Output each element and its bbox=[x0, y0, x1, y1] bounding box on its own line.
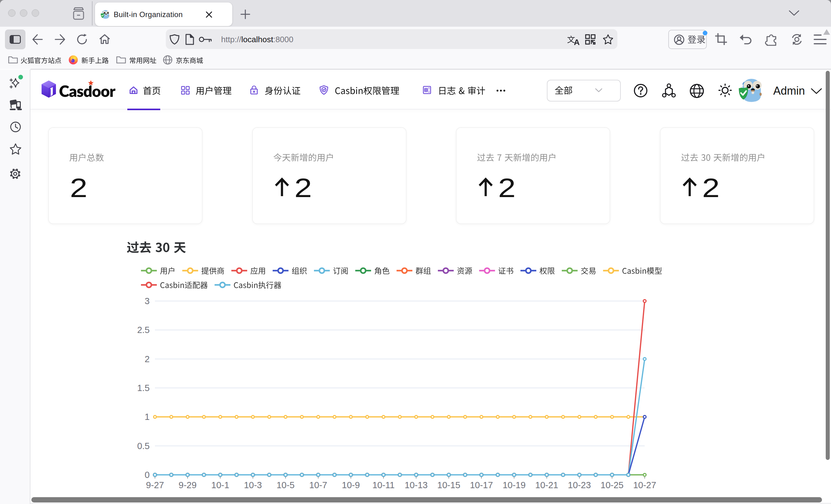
svg-text:3: 3 bbox=[145, 296, 150, 306]
svg-text:9-27: 9-27 bbox=[146, 480, 164, 490]
svg-text:1.5: 1.5 bbox=[137, 383, 150, 393]
svg-text:10-25: 10-25 bbox=[601, 480, 624, 490]
svg-text:0.5: 0.5 bbox=[137, 441, 150, 451]
svg-text:1: 1 bbox=[145, 412, 150, 422]
svg-text:10-5: 10-5 bbox=[276, 480, 294, 490]
svg-text:10-13: 10-13 bbox=[405, 480, 428, 490]
svg-text:10-23: 10-23 bbox=[568, 480, 591, 490]
svg-text:10-1: 10-1 bbox=[211, 480, 229, 490]
svg-text:10-7: 10-7 bbox=[309, 480, 327, 490]
svg-text:10-9: 10-9 bbox=[342, 480, 360, 490]
svg-text:10-3: 10-3 bbox=[244, 480, 262, 490]
svg-text:10-21: 10-21 bbox=[535, 480, 558, 490]
svg-text:0: 0 bbox=[145, 470, 150, 480]
svg-text:2.5: 2.5 bbox=[137, 325, 150, 335]
svg-text:10-17: 10-17 bbox=[470, 480, 493, 490]
svg-text:10-19: 10-19 bbox=[503, 480, 525, 490]
svg-text:2: 2 bbox=[145, 354, 150, 364]
svg-text:9-29: 9-29 bbox=[178, 480, 197, 490]
svg-text:10-11: 10-11 bbox=[372, 480, 395, 490]
svg-text:10-27: 10-27 bbox=[633, 480, 656, 490]
svg-text:10-15: 10-15 bbox=[437, 480, 460, 490]
